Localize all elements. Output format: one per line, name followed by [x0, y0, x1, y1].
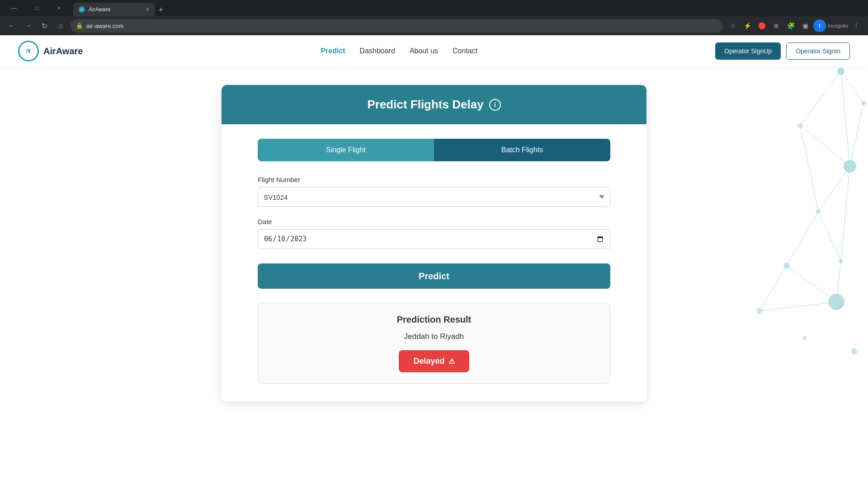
extension-icon-1[interactable]: ⚡: [741, 19, 754, 32]
close-window-button[interactable]: ×: [49, 0, 70, 16]
tab-favicon: ✈: [79, 6, 85, 13]
home-button[interactable]: ⌂: [54, 19, 67, 32]
puzzle-icon[interactable]: 🧩: [784, 19, 797, 32]
restore-button[interactable]: □: [26, 0, 47, 16]
single-flight-tab[interactable]: Single Flight: [258, 139, 434, 161]
result-route: Jeddah to Riyadh: [269, 332, 599, 341]
nav-links: Predict Dashboard About us Contact: [321, 47, 477, 55]
operator-signup-button[interactable]: Operator SignUp: [715, 42, 781, 60]
nav-contact[interactable]: Contact: [453, 47, 477, 55]
tab-buttons: Single Flight Batch Flights: [258, 139, 610, 161]
more-options-icon[interactable]: ⋮: [850, 19, 863, 32]
info-icon[interactable]: i: [489, 99, 501, 111]
flight-number-group: Flight Number SV1024: [258, 176, 610, 207]
date-label: Date: [258, 218, 610, 225]
logo-icon: ✈: [18, 41, 39, 61]
extension-icon-3[interactable]: ⊕: [770, 19, 783, 32]
bookmark-icon[interactable]: ☆: [726, 19, 739, 32]
url-display: air-aware.com: [86, 23, 717, 29]
browser-chrome: — □ × ✈ AirAware × +: [0, 0, 868, 16]
result-title: Prediction Result: [269, 314, 599, 325]
tab-title: AirAware: [89, 6, 110, 13]
forward-button[interactable]: →: [22, 19, 34, 32]
flight-number-label: Flight Number: [258, 176, 610, 183]
logo-text: AirAware: [43, 46, 83, 56]
tab-bar: ✈ AirAware × +: [73, 0, 864, 16]
operator-signin-button[interactable]: Operator SignIn: [786, 42, 850, 60]
navbar: ✈ AirAware Predict Dashboard About us Co…: [0, 35, 868, 67]
tab-close-button[interactable]: ×: [146, 6, 149, 13]
back-button[interactable]: ←: [5, 19, 18, 32]
card-body: Single Flight Batch Flights Flight Numbe…: [222, 124, 646, 402]
lock-icon: 🔒: [76, 23, 83, 29]
delayed-text: Delayed: [413, 357, 444, 366]
plane-icon: ✈: [23, 45, 34, 57]
main-content: Predict Flights Delay i Single Flight Ba…: [0, 67, 868, 420]
nav-dashboard[interactable]: Dashboard: [360, 47, 395, 55]
logo-area[interactable]: ✈ AirAware: [18, 41, 83, 61]
address-bar: ← → ↻ ⌂ 🔒 air-aware.com ☆ ⚡ 🔴 ⊕ 🧩 ▣ I In…: [0, 16, 868, 35]
date-input[interactable]: [258, 229, 610, 249]
extension-icon-4[interactable]: ▣: [799, 19, 811, 32]
warning-icon: ⚠: [448, 357, 455, 366]
refresh-button[interactable]: ↻: [38, 19, 51, 32]
card-header: Predict Flights Delay i: [222, 85, 646, 124]
predict-button[interactable]: Predict: [258, 263, 610, 289]
profile-button[interactable]: I: [813, 19, 826, 32]
window-controls: — □ ×: [4, 0, 70, 16]
address-input-bar[interactable]: 🔒 air-aware.com: [71, 19, 723, 33]
date-group: Date: [258, 218, 610, 249]
card-header-title: Predict Flights Delay: [367, 98, 483, 112]
delayed-badge: Delayed ⚠: [399, 350, 469, 372]
nav-aboutus[interactable]: About us: [410, 47, 438, 55]
predict-card: Predict Flights Delay i Single Flight Ba…: [222, 85, 646, 402]
nav-predict[interactable]: Predict: [321, 47, 345, 55]
nav-actions: Operator SignUp Operator SignIn: [715, 42, 850, 60]
batch-flights-tab[interactable]: Batch Flights: [434, 139, 610, 161]
new-tab-button[interactable]: +: [155, 4, 167, 16]
page: ✈ AirAware Predict Dashboard About us Co…: [0, 35, 868, 488]
flight-number-select[interactable]: SV1024: [258, 187, 610, 207]
minimize-button[interactable]: —: [4, 0, 24, 16]
incognito-label: Incognito: [828, 23, 848, 28]
prediction-result-section: Prediction Result Jeddah to Riyadh Delay…: [258, 303, 610, 384]
active-tab[interactable]: ✈ AirAware ×: [73, 3, 155, 16]
toolbar-icons: ☆ ⚡ 🔴 ⊕ 🧩 ▣ I Incognito ⋮: [726, 19, 863, 32]
extension-icon-2[interactable]: 🔴: [755, 19, 768, 32]
